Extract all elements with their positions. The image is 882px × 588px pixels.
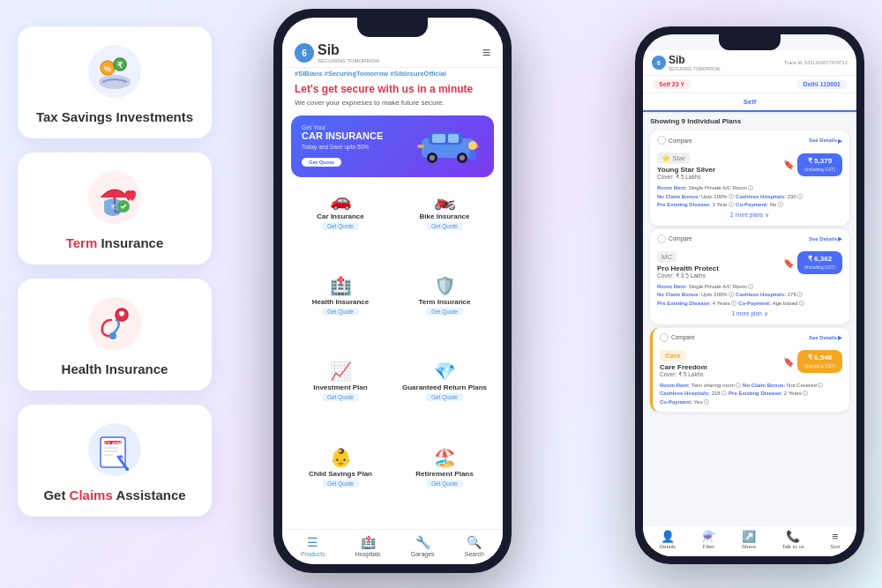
term-insurance-quote[interactable]: Get Quote	[426, 308, 463, 316]
phone-center-mockup: 6 Sib SECURING TOMORROW ≡ #SIBians #Secu…	[273, 9, 512, 573]
product-health-insurance[interactable]: 🏥 Health Insurance Get Quote	[289, 270, 392, 354]
pro-health-price-sub: (Including GST)	[804, 264, 835, 270]
child-savings-icon: 👶	[330, 447, 352, 468]
cashless-label-3: Cashless Hospitals:	[660, 391, 712, 396]
product-guaranteed-return[interactable]: 💎 Guaranteed Return Plans Get Quote	[393, 355, 496, 439]
young-star-cashless: 230	[788, 194, 796, 199]
nav-search[interactable]: 🔍 Search	[465, 535, 484, 557]
pro-health-more-plans[interactable]: 1 more plan ∨	[657, 309, 842, 319]
investment-icon: 📈	[330, 361, 352, 382]
right-nav-details[interactable]: 👤 Details	[660, 530, 676, 549]
location-filter[interactable]: Delhi 110001	[796, 79, 848, 89]
young-star-cover: Cover: ₹ 5 Lakhs	[657, 174, 783, 181]
claims-assistance-icon: CLAIM	[84, 419, 146, 480]
claims-assistance-card[interactable]: CLAIM Get Claims Assistance	[18, 405, 212, 517]
see-details-arrow-2: ▶	[838, 235, 842, 242]
product-investment-plan[interactable]: 📈 Investment Plan Get Quote	[289, 355, 392, 439]
products-nav-label: Products	[301, 551, 325, 557]
car-banner-text: Get Your CAR INSURANCE Today and Save up…	[302, 124, 413, 167]
care-compare[interactable]: Compare	[660, 333, 695, 342]
care-info-row: Care Care Freedom Cover: ₹ 5 Lakhs 🔖 ₹ 6…	[660, 346, 842, 378]
nav-garages[interactable]: 🔧 Garages	[411, 535, 435, 557]
right-nav-filter[interactable]: ⚗️ Filter	[702, 530, 716, 549]
compare-checkbox-3[interactable]	[660, 333, 669, 342]
retirement-quote[interactable]: Get Quote	[426, 480, 463, 488]
pro-health-bookmark: 🔖	[783, 258, 794, 268]
bike-icon: 🏍️	[434, 190, 456, 211]
co-payment-label-2: Co-Payment:	[738, 301, 773, 306]
pro-health-details: Room Rent: Single Private A/C Room ⓘ No …	[657, 283, 842, 309]
young-star-compare[interactable]: Compare	[657, 136, 692, 145]
sib-logo-icon: 6	[295, 43, 314, 63]
product-bike-insurance[interactable]: 🏍️ Bike Insurance Get Quote	[393, 184, 496, 268]
bike-insurance-quote[interactable]: Get Quote	[426, 222, 463, 230]
tab-row: Self	[643, 93, 856, 114]
product-grid: 🚗 Car Insurance Get Quote 🏍️ Bike Insura…	[282, 181, 503, 529]
share-nav-label: Share	[742, 544, 756, 549]
svg-point-30	[460, 155, 465, 160]
compare-checkbox-2[interactable]	[657, 234, 666, 243]
tax-savings-card[interactable]: % ₹ Tax Savings Investments	[18, 26, 212, 138]
svg-point-12	[109, 332, 116, 339]
self-tab[interactable]: Self	[643, 93, 856, 112]
car-insurance-quote[interactable]: Get Quote	[322, 222, 359, 230]
pro-health-ncb: Upto 200%	[701, 292, 728, 297]
investment-plan-quote[interactable]: Get Quote	[322, 393, 359, 401]
car-insurance-banner[interactable]: Get Your CAR INSURANCE Today and Save up…	[291, 115, 494, 177]
ncb-label-2: No Claim Bonus:	[657, 292, 701, 297]
young-star-details: Room Rent: Single Private A/C Room ⓘ No …	[657, 184, 842, 210]
nav-hospitals[interactable]: 🏥 Hospitals	[355, 535, 381, 557]
young-star-ncb: Upto 100%	[701, 194, 728, 199]
ncb-label: No Claim Bonus:	[657, 194, 701, 199]
nav-products[interactable]: ☰ Products	[301, 535, 325, 557]
age-filter[interactable]: Self 23 Y	[652, 79, 691, 89]
term-insurance-card[interactable]: ₹ Term Insurance	[18, 153, 212, 264]
compare-label-3: Compare	[671, 334, 695, 340]
pro-health-compare[interactable]: Compare	[657, 234, 692, 243]
guaranteed-return-quote[interactable]: Get Quote	[426, 393, 463, 401]
phone-center-header: 6 Sib SECURING TOMORROW ≡	[282, 37, 503, 68]
sib-logo-text-right: Sib	[669, 54, 720, 66]
young-star-name: Young Star Silver	[657, 166, 783, 174]
hamburger-icon[interactable]: ≡	[482, 45, 490, 61]
compare-checkbox[interactable]	[657, 136, 666, 145]
health-insurance-quote[interactable]: Get Quote	[322, 308, 359, 316]
car-banner-quote-btn[interactable]: Get Quote	[302, 158, 341, 167]
care-freedom-name: Care Freedom	[660, 363, 783, 371]
right-nav-share[interactable]: ↗️ Share	[742, 530, 756, 549]
care-compare-row: Compare See Details ▶	[660, 333, 842, 342]
product-retirement[interactable]: 🏖️ Retirement Plans Get Quote	[393, 442, 496, 525]
details-nav-icon: 👤	[661, 530, 675, 543]
manipal-cigna-logo: MC	[657, 251, 676, 263]
right-nav-talk[interactable]: 📞 Talk to us	[781, 530, 804, 549]
svg-point-10	[88, 297, 141, 350]
product-term-insurance[interactable]: 🛡️ Term Insurance Get Quote	[393, 270, 496, 354]
assistance-label: Assistance	[116, 488, 185, 502]
pre-existing-label: Pre Existing Disease:	[657, 202, 713, 207]
young-star-silver-card: Compare See Details ▶ ⭐ Star Young Star …	[650, 130, 849, 226]
pro-health-price: ₹ 6,382 (Including GST)	[797, 251, 842, 274]
filter-nav-label: Filter	[703, 544, 714, 549]
health-insurance-card[interactable]: Health Insurance	[18, 279, 212, 391]
self-label: Self	[659, 81, 672, 87]
young-star-see-details[interactable]: See Details ▶	[809, 138, 842, 144]
pro-health-see-details[interactable]: See Details ▶	[809, 235, 842, 242]
product-car-insurance[interactable]: 🚗 Car Insurance Get Quote	[289, 184, 392, 268]
child-savings-quote[interactable]: Get Quote	[322, 480, 359, 488]
phone-center-notch	[357, 18, 428, 37]
talk-nav-label: Talk to us	[781, 544, 804, 549]
care-name-area: Care Care Freedom Cover: ₹ 5 Lakhs	[660, 346, 783, 378]
claims-assistance-label: Get Claims Assistance	[43, 488, 185, 502]
right-nav-sort[interactable]: ≡ Sort	[830, 530, 840, 549]
svg-point-28	[430, 155, 435, 160]
care-freedom-price: ₹ 6,548 (Including GST)	[797, 350, 842, 373]
young-star-more-plans[interactable]: 2 more plans ∨	[657, 210, 842, 220]
product-child-savings[interactable]: 👶 Child Savings Plan Get Quote	[289, 442, 392, 525]
svg-rect-34	[469, 150, 476, 160]
young-star-price: ₹ 5,375 (Including GST)	[797, 153, 842, 176]
care-co-payment: Yes	[694, 399, 703, 405]
care-see-details[interactable]: See Details ▶	[809, 334, 842, 340]
tax-savings-label: Tax Savings Investments	[36, 109, 193, 124]
pro-health-co-payment: Age based	[773, 301, 798, 306]
care-bookmark: 🔖	[783, 357, 794, 367]
